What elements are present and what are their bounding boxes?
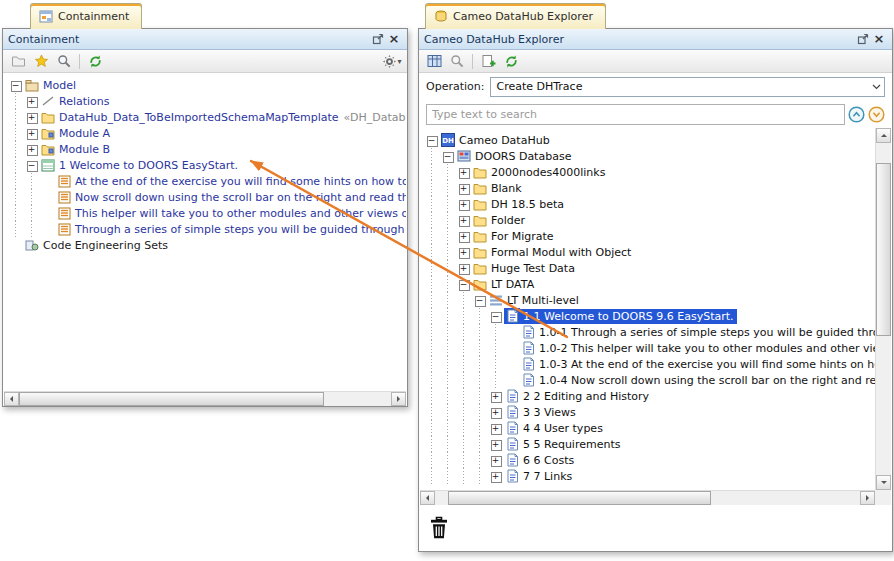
expand-icon[interactable] (24, 109, 40, 125)
tree-item[interactable]: DOORS Database (420, 148, 875, 164)
tree-guide (440, 308, 456, 324)
collapse-icon[interactable] (8, 77, 24, 93)
close-icon[interactable]: × (386, 31, 402, 47)
scrollbar-track[interactable] (435, 491, 860, 505)
scrollbar-track[interactable] (19, 392, 391, 406)
tree-item[interactable]: 1.0-1 Through a series of simple steps y… (420, 324, 875, 340)
add-schema-button[interactable] (478, 52, 498, 71)
tree-guide (424, 228, 440, 244)
scrollbar-thumb[interactable] (19, 392, 324, 406)
scrollbar-track[interactable] (876, 143, 891, 475)
tree-item[interactable]: Now scroll down using the scroll bar on … (4, 189, 406, 205)
tree-item[interactable]: Module B (4, 141, 406, 157)
expand-icon[interactable] (488, 452, 504, 468)
relation-icon (40, 93, 56, 109)
tree-item[interactable]: This helper will take you to other modul… (4, 205, 406, 221)
expand-icon[interactable] (488, 468, 504, 484)
expand-icon[interactable] (456, 260, 472, 276)
tab-containment[interactable]: Containment (30, 3, 142, 29)
float-window-icon[interactable] (370, 31, 386, 47)
scrollbar-thumb[interactable] (448, 491, 712, 505)
expand-icon[interactable] (456, 180, 472, 196)
tree-item[interactable]: 1 1 Welcome to DOORS 9.6 EasyStart. (420, 308, 875, 324)
collapse-icon[interactable] (424, 132, 440, 148)
open-diagram-button[interactable] (8, 52, 28, 71)
expand-icon[interactable] (24, 93, 40, 109)
close-icon[interactable]: × (871, 31, 887, 47)
search-previous-button[interactable] (848, 106, 865, 123)
tree-item[interactable]: At the end of the exercise you will find… (4, 173, 406, 189)
tree-item-label: Now scroll down using the scroll bar on … (72, 190, 406, 205)
tree-item[interactable]: Model (4, 77, 406, 93)
tree-item[interactable]: LT DATA (420, 276, 875, 292)
expand-icon[interactable] (24, 125, 40, 141)
search-next-button[interactable] (868, 106, 885, 123)
tree-item[interactable]: 5 5 Requirements (420, 436, 875, 452)
tree-item[interactable]: 6 6 Costs (420, 452, 875, 468)
tree-item[interactable]: Blank (420, 180, 875, 196)
tree-item[interactable]: For Migrate (420, 228, 875, 244)
horizontal-scrollbar[interactable] (4, 391, 406, 406)
sync-datahub-button[interactable] (85, 52, 105, 71)
search-button[interactable] (54, 52, 74, 71)
scroll-left-button[interactable] (420, 491, 435, 505)
expand-icon[interactable] (456, 212, 472, 228)
collapse-icon[interactable] (472, 292, 488, 308)
tree-item-label: Folder (488, 213, 528, 228)
expand-icon[interactable] (456, 228, 472, 244)
tree-item[interactable]: DataHub_Data_ToBeImportedSchemaMapTempla… (4, 109, 406, 125)
tree-guide (472, 452, 488, 468)
collapse-icon[interactable] (488, 308, 504, 324)
tree-item[interactable]: Folder (420, 212, 875, 228)
scrollbar-thumb[interactable] (876, 163, 891, 336)
tree-item[interactable]: 4 4 User types (420, 420, 875, 436)
horizontal-scrollbar[interactable] (420, 490, 875, 505)
expand-icon[interactable] (488, 388, 504, 404)
tree-item[interactable]: 1.0-2 This helper will take you to other… (420, 340, 875, 356)
tree-item[interactable]: Through a series of simple steps you wil… (4, 221, 406, 237)
requirement-icon (56, 205, 72, 221)
collapse-icon[interactable] (456, 276, 472, 292)
tab-datahub-explorer[interactable]: Cameo DataHub Explorer (425, 3, 606, 29)
refresh-button[interactable] (501, 52, 521, 71)
search-button[interactable] (447, 52, 467, 71)
tree-item[interactable]: 1.0-4 Now scroll down using the scroll b… (420, 372, 875, 388)
expand-icon[interactable] (488, 436, 504, 452)
tree-item[interactable]: 2 2 Editing and History (420, 388, 875, 404)
tree-item[interactable]: 1 Welcome to DOORS EasyStart. (4, 157, 406, 173)
scroll-down-button[interactable] (876, 475, 891, 490)
float-window-icon[interactable] (855, 31, 871, 47)
expand-icon[interactable] (488, 420, 504, 436)
expand-icon[interactable] (456, 244, 472, 260)
expand-icon[interactable] (456, 164, 472, 180)
scroll-right-button[interactable] (860, 491, 875, 505)
tree-item[interactable]: 3 3 Views (420, 404, 875, 420)
tree-item[interactable]: DHCameo DataHub (420, 132, 875, 148)
tree-item[interactable]: DH 18.5 beta (420, 196, 875, 212)
tree-item[interactable]: Code Engineering Sets (4, 237, 406, 253)
settings-button[interactable]: ▾ (382, 52, 402, 71)
scroll-left-button[interactable] (4, 392, 19, 406)
scroll-right-button[interactable] (391, 392, 406, 406)
search-input[interactable] (426, 104, 845, 125)
tree-item[interactable]: Huge Test Data (420, 260, 875, 276)
expand-icon[interactable] (24, 141, 40, 157)
datahub-sources-button[interactable] (424, 52, 444, 71)
tree-item[interactable]: Module A (4, 125, 406, 141)
tree-item[interactable]: Relations (4, 93, 406, 109)
tree-item-label: Code Engineering Sets (40, 238, 171, 253)
collapse-icon[interactable] (24, 157, 40, 173)
tree-item[interactable]: 2000nodes4000links (420, 164, 875, 180)
expand-icon[interactable] (456, 196, 472, 212)
delete-trash-icon[interactable] (429, 516, 449, 540)
tree-item[interactable]: LT Multi-level (420, 292, 875, 308)
scroll-up-button[interactable] (876, 128, 891, 143)
expand-icon[interactable] (488, 404, 504, 420)
vertical-scrollbar[interactable] (875, 128, 891, 490)
tree-item[interactable]: 1.0-3 At the end of the exercise you wil… (420, 356, 875, 372)
favorites-button[interactable] (31, 52, 51, 71)
collapse-icon[interactable] (440, 148, 456, 164)
tree-item[interactable]: 7 7 Links (420, 468, 875, 484)
operation-select[interactable]: Create DHTrace (490, 77, 885, 97)
tree-item[interactable]: Formal Modul with Object (420, 244, 875, 260)
